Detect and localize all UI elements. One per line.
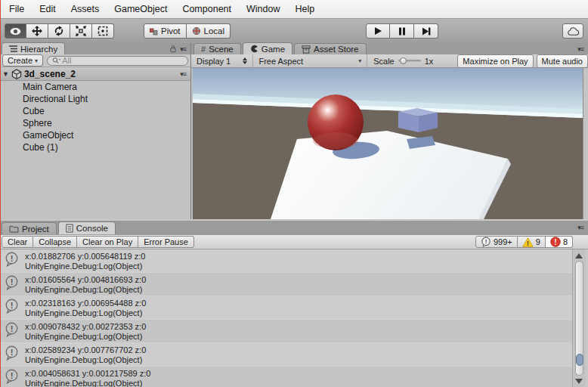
create-button[interactable]: Create ▾ (2, 54, 43, 67)
maximize-on-play-button[interactable]: Maximize on Play (457, 54, 533, 68)
view-tool-button[interactable] (5, 23, 26, 39)
info-count: 999+ (494, 237, 512, 246)
scene-header-row[interactable]: ▼ 3d_scene_2 ▾≡ (0, 67, 190, 81)
eye-icon (10, 27, 21, 36)
hierarchy-panel-menu-icon[interactable]: ▾≡ (180, 45, 186, 53)
tab-hierarchy[interactable]: Hierarchy (2, 42, 65, 54)
hierarchy-item-directional-light[interactable]: Directional Light (0, 93, 190, 105)
create-label: Create (8, 56, 32, 65)
aspect-value: Free Aspect (258, 57, 303, 66)
red-sphere (308, 94, 364, 150)
scroll-up-arrow[interactable] (575, 253, 583, 259)
game-panel-menu-icon[interactable]: ▾≡ (577, 45, 588, 53)
scale-tool-button[interactable] (70, 23, 92, 39)
menu-component[interactable]: Component (175, 0, 239, 18)
log-entry[interactable]: ! x:0.02318163 y:0.006954488 z:0UnityEng… (0, 296, 572, 320)
aspect-dropdown[interactable]: Free Aspect ▾ (253, 54, 367, 67)
error-pause-button[interactable]: Error Pause (138, 236, 194, 248)
menu-file[interactable]: File (2, 0, 32, 18)
scale-slider[interactable] (398, 60, 421, 62)
scene-menu-icon[interactable]: ▾≡ (180, 70, 190, 78)
error-count-toggle[interactable]: ! 8 (546, 236, 573, 248)
log-message: x:0.004058631 y:0.001217589 z:0 (25, 369, 150, 379)
svg-text:!: ! (11, 254, 14, 263)
rect-tool-button[interactable] (92, 23, 114, 39)
local-label: Local (204, 26, 225, 36)
search-box[interactable] (47, 56, 188, 66)
clear-label: Clear (8, 237, 27, 246)
log-count-toggles: ! 999+ ! 9 ! 8 (475, 236, 573, 248)
rotate-tool-button[interactable] (48, 23, 70, 39)
tab-project[interactable]: Project (2, 222, 57, 234)
log-entry[interactable]: ! x:0.01605564 y:0.004816693 z:0UnityEng… (0, 273, 572, 296)
menu-help[interactable]: Help (287, 0, 322, 18)
log-trace: UnityEngine.Debug:Log(Object) (25, 308, 146, 318)
game-view-render[interactable] (193, 68, 583, 219)
log-bubble-icon: ! (5, 299, 19, 314)
log-message: x:0.02318163 y:0.006954488 z:0 (25, 299, 146, 308)
unity-scene-icon (11, 69, 22, 79)
hierarchy-item-sphere[interactable]: Sphere (0, 117, 190, 129)
display-dropdown[interactable]: Display 1 (191, 54, 253, 67)
menu-edit[interactable]: Edit (32, 0, 63, 18)
menu-gameobject[interactable]: GameObject (107, 0, 175, 18)
svg-text:!: ! (11, 324, 14, 333)
cloud-services-button[interactable] (562, 23, 583, 39)
hierarchy-item-gameobject[interactable]: GameObject (0, 129, 190, 141)
pause-button[interactable] (390, 23, 414, 39)
clear-button[interactable]: Clear (2, 236, 33, 248)
tab-asset-store[interactable]: Asset Store (294, 43, 366, 54)
svg-text:!: ! (554, 238, 556, 246)
log-entry[interactable]: ! x:0.02589234 y:0.007767702 z:0UnityEng… (0, 343, 572, 367)
info-count-toggle[interactable]: ! 999+ (475, 236, 518, 248)
hierarchy-toolbar: Create ▾ (0, 54, 190, 67)
log-bubble-icon: ! (5, 275, 19, 290)
pivot-label: Pivot (161, 26, 181, 36)
scroll-down-arrow[interactable] (575, 379, 583, 384)
lock-icon[interactable] (169, 45, 177, 53)
warning-count-toggle[interactable]: ! 9 (518, 236, 546, 248)
console-tabstrip: Project Console ▾≡ (0, 221, 588, 234)
search-input[interactable] (62, 56, 183, 65)
log-entry[interactable]: ! x:0.004058631 y:0.001217589 z:0UnityEn… (0, 367, 572, 387)
clear-on-play-button[interactable]: Clear on Play (77, 236, 138, 248)
game-tab-label: Game (262, 45, 285, 54)
asset-store-tab-label: Asset Store (314, 45, 358, 54)
folder-icon (9, 225, 19, 233)
hierarchy-item-cube[interactable]: Cube (0, 105, 190, 117)
foldout-arrow-icon[interactable]: ▼ (2, 70, 9, 78)
scale-icon (76, 26, 86, 36)
3d-scene (193, 68, 583, 219)
console-tab-label: Console (76, 224, 108, 233)
play-button[interactable] (366, 23, 390, 39)
console-scrollbar[interactable] (572, 249, 586, 387)
move-tool-button[interactable] (26, 23, 48, 39)
svg-text:!: ! (11, 301, 14, 310)
console-panel-menu-icon[interactable]: ▾≡ (577, 224, 588, 231)
step-button[interactable] (414, 23, 438, 39)
clear-on-play-label: Clear on Play (82, 237, 132, 246)
log-entry[interactable]: ! x:0.01882706 y:0.005648119 z:0UnityEng… (0, 249, 572, 273)
menu-window[interactable]: Window (239, 0, 287, 18)
log-bubble-icon: ! (5, 252, 19, 267)
collapse-button[interactable]: Collapse (33, 236, 77, 248)
tab-scene[interactable]: # Scene (193, 43, 241, 54)
hierarchy-item-cube-1[interactable]: Cube (1) (0, 141, 190, 153)
play-controls (366, 23, 438, 39)
menu-assets[interactable]: Assets (63, 0, 107, 18)
scale-slider-knob[interactable] (400, 57, 407, 64)
asset-store-box-icon (302, 45, 311, 54)
local-toggle-button[interactable]: Local (187, 23, 231, 39)
pivot-toggle-button[interactable]: Pivot (144, 23, 187, 39)
tab-console[interactable]: Console (58, 221, 116, 234)
log-entry[interactable]: ! x:0.009078432 y:0.00272353 z:0UnityEng… (0, 320, 572, 343)
game-pacman-icon (250, 45, 258, 53)
console-log-list: ! x:0.01882706 y:0.005648119 z:0UnityEng… (0, 249, 572, 387)
tab-game[interactable]: Game (243, 42, 292, 54)
menu-bar: File Edit Assets GameObject Component Wi… (0, 0, 588, 19)
step-icon (422, 27, 431, 36)
hierarchy-item-main-camera[interactable]: Main Camera (0, 81, 190, 93)
project-tab-label: Project (22, 224, 49, 234)
scrollbar-thumb[interactable] (576, 354, 583, 366)
mute-audio-button[interactable]: Mute audio (537, 54, 588, 68)
